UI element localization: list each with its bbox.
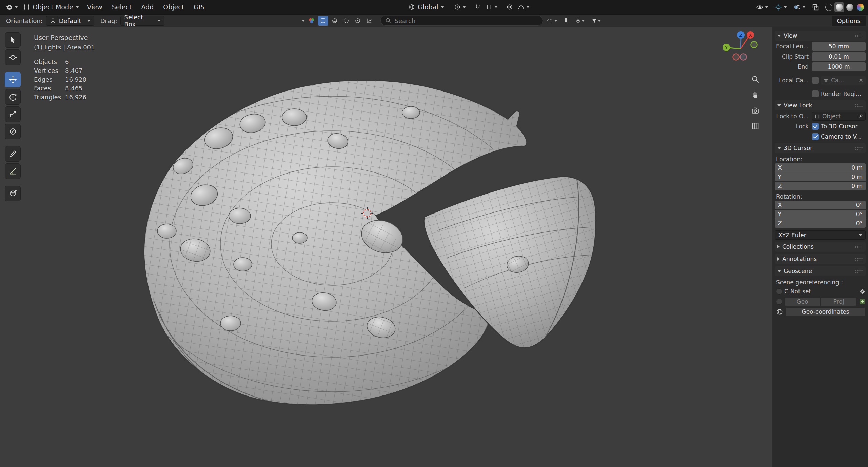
tool-scale[interactable] bbox=[5, 106, 21, 122]
orthographic-toggle-button[interactable] bbox=[749, 120, 762, 132]
wireframe-mesh[interactable] bbox=[0, 27, 772, 467]
cursor-rotation-z[interactable]: Z 0° bbox=[775, 219, 866, 228]
cursor-rotation-x[interactable]: X 0° bbox=[775, 201, 866, 209]
panel-header-collections[interactable]: Collections bbox=[775, 242, 866, 252]
viewport-toggle-2[interactable] bbox=[330, 16, 340, 26]
snap-toggle[interactable] bbox=[472, 2, 483, 12]
cursor-location-y[interactable]: Y 0 m bbox=[775, 172, 866, 181]
tool-annotate[interactable] bbox=[5, 146, 21, 162]
panel-header-geoscene[interactable]: Geoscene bbox=[775, 266, 866, 276]
proj-radio[interactable] bbox=[776, 299, 782, 305]
sphere-icon bbox=[331, 17, 338, 24]
falloff-selector[interactable] bbox=[516, 2, 531, 12]
panel-drag-handle[interactable] bbox=[855, 245, 863, 248]
overlays-toggle[interactable] bbox=[791, 2, 807, 12]
tool-measure[interactable] bbox=[5, 163, 21, 179]
color-attributes-button[interactable] bbox=[307, 16, 317, 26]
gizmo-z-negative[interactable] bbox=[740, 54, 747, 60]
shading-material-button[interactable] bbox=[845, 2, 855, 12]
viewport-toggle-1[interactable] bbox=[318, 16, 328, 26]
filter-dropdown[interactable] bbox=[589, 16, 604, 26]
local-camera-checkbox[interactable] bbox=[812, 77, 819, 84]
viewport-3d[interactable]: User Perspective (1) lights | Area.001 O… bbox=[0, 27, 772, 467]
collapse-chevron-icon[interactable] bbox=[302, 20, 305, 22]
panel-drag-handle[interactable] bbox=[855, 104, 863, 107]
tool-transform[interactable] bbox=[5, 124, 21, 139]
gear-icon[interactable] bbox=[859, 288, 866, 295]
solid-sphere-icon bbox=[836, 4, 843, 11]
proportional-editing-toggle[interactable] bbox=[504, 2, 515, 12]
to-3d-cursor-label: To 3D Cursor bbox=[821, 123, 858, 130]
shading-rendered-button[interactable] bbox=[855, 2, 865, 12]
lock-object-field[interactable]: Object bbox=[812, 112, 866, 121]
add-plus-icon[interactable] bbox=[859, 298, 866, 305]
viewport-toggle-5[interactable] bbox=[364, 16, 374, 26]
panel-drag-handle[interactable] bbox=[855, 34, 863, 37]
viewport-toggle-4[interactable] bbox=[353, 16, 363, 26]
close-icon[interactable] bbox=[859, 78, 863, 83]
navigation-gizmo[interactable]: Z X Y bbox=[720, 28, 761, 68]
cursor-tool-icon bbox=[8, 53, 17, 62]
eyedropper-icon[interactable] bbox=[857, 114, 863, 119]
cursor-location-x[interactable]: X 0 m bbox=[775, 163, 866, 172]
geo-coordinates-button[interactable]: Geo-coordinates bbox=[785, 307, 866, 316]
pan-button[interactable] bbox=[749, 88, 762, 101]
gizmo-x-negative[interactable] bbox=[733, 54, 739, 60]
gizmo-y-negative[interactable] bbox=[751, 42, 757, 48]
panel-header-view[interactable]: View bbox=[775, 31, 866, 41]
pivot-point-selector[interactable] bbox=[452, 2, 468, 12]
panel-drag-handle[interactable] bbox=[855, 270, 863, 273]
xray-toggle[interactable] bbox=[810, 2, 821, 12]
options-button[interactable]: Options bbox=[832, 16, 866, 26]
rotation-order-dropdown[interactable]: XYZ Euler bbox=[775, 230, 866, 240]
search-box[interactable] bbox=[380, 16, 543, 26]
tool-cursor[interactable] bbox=[5, 49, 21, 65]
crs-radio[interactable] bbox=[776, 288, 782, 295]
cursor-rotation-y[interactable]: Y 0° bbox=[775, 210, 866, 219]
panel-drag-handle[interactable] bbox=[855, 258, 863, 261]
panel-header-3d-cursor[interactable]: 3D Cursor bbox=[775, 143, 866, 153]
panel-drag-handle[interactable] bbox=[855, 147, 863, 150]
menu-view[interactable]: View bbox=[83, 2, 107, 12]
gizmos-toggle[interactable] bbox=[773, 2, 789, 12]
tool-move[interactable] bbox=[5, 72, 21, 87]
focal-length-field[interactable]: 50 mm bbox=[812, 42, 866, 51]
shading-solid-button[interactable] bbox=[834, 2, 844, 12]
clip-start-field[interactable]: 0.01 m bbox=[812, 52, 866, 61]
transform-orientation-selector[interactable]: Global bbox=[405, 2, 447, 12]
drag-dropdown[interactable]: Select Box bbox=[120, 16, 164, 26]
chevron-right-icon bbox=[777, 257, 780, 261]
render-region-checkbox[interactable] bbox=[812, 90, 819, 97]
zoom-button[interactable] bbox=[749, 73, 762, 85]
clip-end-field[interactable]: 1000 m bbox=[812, 62, 866, 71]
snap-target-selector[interactable] bbox=[484, 2, 499, 12]
panel-header-view-lock[interactable]: View Lock bbox=[775, 100, 866, 110]
tool-select-box[interactable] bbox=[5, 32, 21, 48]
mask-dropdown[interactable] bbox=[545, 16, 559, 26]
menu-object[interactable]: Object bbox=[159, 2, 189, 12]
local-camera-field[interactable]: Ca... bbox=[821, 76, 866, 85]
tool-add-cube[interactable] bbox=[5, 186, 21, 201]
tool-rotate[interactable] bbox=[5, 89, 21, 105]
bookmark-button[interactable] bbox=[561, 16, 571, 26]
camera-to-view-checkbox[interactable] bbox=[812, 133, 819, 140]
geo-button[interactable]: Geo bbox=[784, 297, 821, 306]
menu-gis[interactable]: GIS bbox=[189, 2, 209, 12]
to-3d-cursor-checkbox[interactable] bbox=[812, 123, 819, 130]
search-input[interactable] bbox=[394, 17, 539, 24]
object-visibility-selector[interactable] bbox=[754, 2, 770, 12]
location-label: Location: bbox=[776, 156, 866, 163]
app-menu-button[interactable] bbox=[3, 2, 20, 12]
menu-select[interactable]: Select bbox=[107, 2, 136, 12]
orientation-dropdown[interactable]: Default bbox=[46, 16, 94, 26]
shading-wireframe-button[interactable] bbox=[824, 2, 834, 12]
globe-icon bbox=[776, 308, 783, 316]
keying-set-dropdown[interactable] bbox=[572, 16, 587, 26]
panel-header-annotations[interactable]: Annotations bbox=[775, 254, 866, 264]
camera-view-button[interactable] bbox=[749, 104, 762, 117]
proj-button[interactable]: Proj bbox=[821, 297, 857, 306]
cursor-location-z[interactable]: Z 0 m bbox=[775, 182, 866, 190]
viewport-toggle-3[interactable] bbox=[341, 16, 351, 26]
mode-selector[interactable]: Object Mode bbox=[20, 2, 82, 12]
menu-add[interactable]: Add bbox=[137, 2, 158, 12]
